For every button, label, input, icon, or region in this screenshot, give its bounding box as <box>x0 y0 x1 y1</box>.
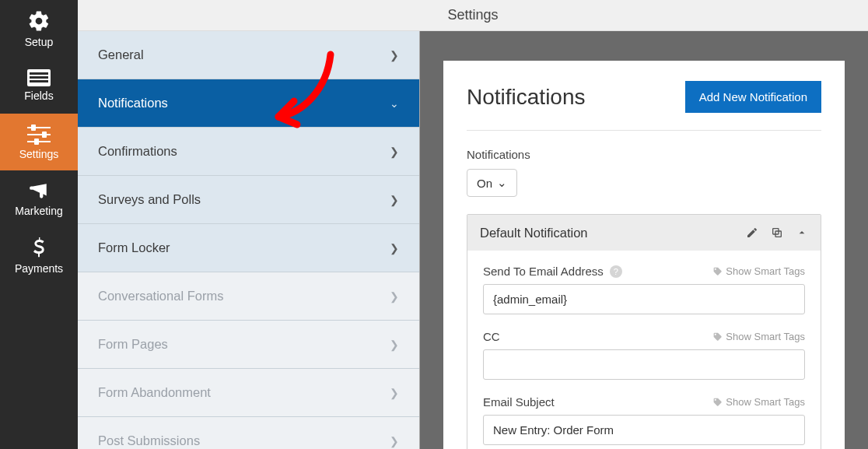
chevron-down-icon: ⌄ <box>497 176 507 190</box>
sidebar-item-fields[interactable]: Fields <box>0 57 78 114</box>
sidebar-label: Settings <box>19 148 59 160</box>
submenu-confirmations[interactable]: Confirmations ❯ <box>78 128 419 176</box>
page-header: Settings <box>78 0 868 31</box>
page-title: Settings <box>447 7 498 23</box>
panel-header: Notifications Add New Notification <box>467 81 821 131</box>
chevron-right-icon: ❯ <box>390 194 399 206</box>
form-icon <box>27 69 51 86</box>
chevron-right-icon: ❯ <box>390 146 399 158</box>
chevron-right-icon: ❯ <box>390 290 399 303</box>
sidebar-item-payments[interactable]: Payments <box>0 227 78 284</box>
card-body: Send To Email Address ? Show Smart Tags <box>467 251 821 449</box>
sidebar-item-settings[interactable]: Settings <box>0 114 78 170</box>
cc-input[interactable] <box>483 349 805 380</box>
submenu-label: Post Submissions <box>98 433 200 448</box>
submenu-post-submissions[interactable]: Post Submissions ❯ <box>78 417 419 449</box>
field-send-to: Send To Email Address ? Show Smart Tags <box>483 265 805 314</box>
submenu-form-pages[interactable]: Form Pages ❯ <box>78 321 419 369</box>
submenu-label: Form Abandonment <box>98 385 211 400</box>
submenu-label: Surveys and Polls <box>98 192 201 207</box>
svg-rect-9 <box>34 139 39 145</box>
submenu-general[interactable]: General ❯ <box>78 31 419 79</box>
sidebar-item-marketing[interactable]: Marketing <box>0 170 78 227</box>
card-header: Default Notification <box>467 215 821 251</box>
svg-rect-3 <box>30 80 48 82</box>
panel-container: Notifications Add New Notification Notif… <box>420 31 868 449</box>
sliders-icon <box>27 125 51 145</box>
notifications-panel: Notifications Add New Notification Notif… <box>443 61 845 449</box>
submenu-label: General <box>98 47 144 62</box>
sidebar-label: Fields <box>24 89 53 102</box>
settings-submenu: General ❯ Notifications ⌄ Confirmations … <box>78 31 420 449</box>
submenu-conversational-forms[interactable]: Conversational Forms ❯ <box>78 272 419 321</box>
help-icon[interactable]: ? <box>610 265 622 278</box>
subject-input[interactable] <box>483 415 805 445</box>
submenu-label: Confirmations <box>98 144 177 159</box>
field-cc: CC Show Smart Tags <box>483 330 805 380</box>
chevron-right-icon: ❯ <box>390 387 399 399</box>
field-label: Send To Email Address ? <box>483 265 622 278</box>
chevron-right-icon: ❯ <box>390 242 399 254</box>
main-area: Settings General ❯ Notifications ⌄ Confi… <box>78 0 868 449</box>
sidebar-item-setup[interactable]: Setup <box>0 0 78 57</box>
notifications-toggle[interactable]: On ⌄ <box>467 169 517 197</box>
label-text: Send To Email Address <box>483 265 604 278</box>
submenu-form-abandonment[interactable]: Form Abandonment ❯ <box>78 369 419 417</box>
content-area: General ❯ Notifications ⌄ Confirmations … <box>78 31 868 449</box>
dollar-icon <box>31 237 47 259</box>
copy-icon[interactable] <box>771 226 783 239</box>
field-label: Email Subject <box>483 395 555 409</box>
toggle-value: On <box>477 177 492 190</box>
card-title: Default Notification <box>480 226 588 240</box>
bullhorn-icon <box>27 181 51 202</box>
main-sidebar: Setup Fields Settings Marketing Payments <box>0 0 78 449</box>
show-smart-tags[interactable]: Show Smart Tags <box>712 265 805 277</box>
submenu-label: Conversational Forms <box>98 289 223 303</box>
svg-rect-7 <box>31 125 36 131</box>
svg-rect-4 <box>27 127 51 128</box>
show-smart-tags[interactable]: Show Smart Tags <box>712 396 805 408</box>
svg-rect-5 <box>27 134 51 135</box>
send-to-input[interactable] <box>483 284 805 314</box>
chevron-down-icon: ⌄ <box>390 97 399 110</box>
smart-label: Show Smart Tags <box>726 396 805 408</box>
notifications-label: Notifications <box>467 148 821 161</box>
submenu-label: Form Locker <box>98 240 170 255</box>
submenu-label: Form Pages <box>98 337 168 352</box>
notification-card: Default Notification <box>467 214 821 449</box>
gear-icon <box>27 9 51 33</box>
smart-label: Show Smart Tags <box>726 331 805 342</box>
svg-rect-2 <box>30 76 48 79</box>
smart-label: Show Smart Tags <box>726 265 805 277</box>
svg-rect-8 <box>42 132 47 138</box>
submenu-label: Notifications <box>98 96 168 110</box>
field-subject: Email Subject Show Smart Tags <box>483 395 805 445</box>
submenu-surveys[interactable]: Surveys and Polls ❯ <box>78 176 419 224</box>
add-notification-button[interactable]: Add New Notification <box>685 81 821 113</box>
svg-rect-1 <box>30 72 48 75</box>
chevron-right-icon: ❯ <box>390 339 399 351</box>
submenu-notifications[interactable]: Notifications ⌄ <box>78 79 419 128</box>
edit-icon[interactable] <box>746 226 758 239</box>
show-smart-tags[interactable]: Show Smart Tags <box>712 331 805 342</box>
chevron-right-icon: ❯ <box>390 49 399 61</box>
field-label: CC <box>483 330 500 343</box>
sidebar-label: Setup <box>25 36 54 48</box>
sidebar-label: Marketing <box>15 205 62 217</box>
panel-title: Notifications <box>467 85 586 110</box>
card-actions <box>746 226 808 239</box>
chevron-right-icon: ❯ <box>390 435 399 447</box>
submenu-form-locker[interactable]: Form Locker ❯ <box>78 224 419 272</box>
sidebar-label: Payments <box>15 262 63 275</box>
collapse-icon[interactable] <box>796 226 808 239</box>
